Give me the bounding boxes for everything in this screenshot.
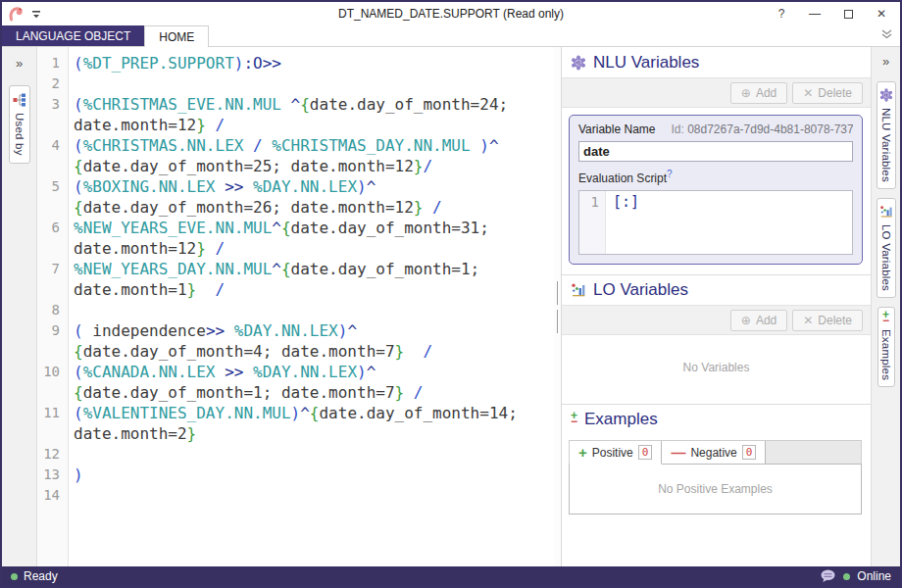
chat-bubble-icon[interactable] [820, 569, 836, 583]
line-number [37, 238, 68, 259]
code-text: (%DT_PREP.SUPPORT):O>> [68, 53, 281, 74]
lo-toolbar: ⊕ Add ✕ Delete [562, 305, 871, 335]
code-line: 9( independence>> %DAY.NN.LEX)^ [37, 320, 554, 341]
nlu-toolbar: ⊕ Add ✕ Delete [562, 77, 871, 108]
main-area: » Used by 1(%DT_PREP.SUPPORT):O>>23(%CHR… [2, 47, 900, 566]
code-text: ( independence>> %DAY.NN.LEX)^ [68, 320, 357, 341]
tab-home[interactable]: HOME [144, 25, 209, 47]
examples-header: +− Examples [562, 404, 871, 434]
code-text: {date.day_of_month=4; date.month=7} / [68, 341, 432, 362]
right-rail-expand-icon[interactable]: » [882, 55, 889, 68]
rail-tab-examples[interactable]: +− Examples [877, 307, 895, 387]
close-button[interactable]: ✕ [865, 3, 898, 24]
line-number: 3 [37, 94, 68, 115]
lo-variables-header: LO Variables [562, 274, 871, 305]
line-number: 10 [37, 362, 68, 382]
rail-nlu-label: NLU Variables [880, 108, 892, 182]
script-help-icon[interactable]: ? [667, 169, 673, 179]
code-line: 5(%BOXING.NN.LEX >> %DAY.NN.LEX)^ [37, 176, 554, 197]
line-number [37, 279, 68, 300]
positive-tab-label: Positive [592, 446, 633, 460]
line-number [37, 423, 68, 444]
nlu-add-button[interactable]: ⊕ Add [730, 82, 787, 104]
nlu-delete-button[interactable]: ✕ Delete [792, 82, 863, 104]
rail-tab-nlu-variables[interactable]: NLU Variables [877, 81, 896, 189]
lo-delete-button[interactable]: ✕ Delete [792, 310, 863, 331]
left-rail-expand-icon[interactable]: » [16, 57, 23, 70]
line-number: 14 [37, 485, 68, 506]
panel-splitter[interactable] [554, 47, 561, 566]
ribbon-collapse-icon[interactable] [881, 29, 892, 39]
examples-icon: +− [882, 312, 889, 323]
examples-section: + Positive 0 — Negative 0 No Positive Ex… [569, 440, 862, 514]
splitter-grip [557, 281, 558, 305]
negative-count-badge: 0 [742, 445, 757, 460]
tab-negative-examples[interactable]: — Negative 0 [662, 441, 766, 464]
code-text: (%CHRISTMAS.NN.LEX / %CHRISTMAS_DAY.NN.M… [68, 135, 499, 156]
code-text [68, 74, 74, 94]
code-line: 4(%CHRISTMAS.NN.LEX / %CHRISTMAS_DAY.NN.… [37, 135, 554, 156]
line-number: 4 [37, 135, 68, 156]
code-text: (%CHRISTMAS_EVE.NN.MUL ^{date.day_of_mon… [68, 94, 508, 115]
lo-empty-text: No Variables [562, 335, 871, 404]
code-line: 12 [37, 444, 554, 465]
line-number: 8 [37, 300, 68, 320]
condition-code-editor[interactable]: 1(%DT_PREP.SUPPORT):O>>23(%CHRISTMAS_EVE… [37, 47, 554, 566]
code-text: date.month=12} / [68, 238, 225, 259]
line-number [37, 382, 68, 403]
code-line: 8 [37, 300, 554, 320]
title-bar: DT_NAMED_DATE.SUPPORT (Read only) ? — ✕ [2, 2, 900, 25]
quick-access-dropdown-icon[interactable] [31, 10, 41, 19]
code-line: 14 [37, 485, 554, 506]
add-icon: ⊕ [741, 315, 751, 326]
code-line: date.month=2} [37, 423, 554, 444]
used-by-label: Used by [14, 113, 25, 156]
help-button[interactable]: ? [765, 3, 798, 24]
code-text: (%CANADA.NN.LEX >> %DAY.NN.LEX)^ [68, 362, 376, 382]
code-line: 10(%CANADA.NN.LEX >> %DAY.NN.LEX)^ [37, 362, 554, 382]
code-text: {date.day_of_month=26; date.month=12} / [68, 197, 442, 218]
code-line: 2 [37, 74, 554, 94]
nlu-variables-header: NLU Variables [562, 47, 871, 77]
line-number: 9 [37, 320, 68, 341]
code-line: 3(%CHRISTMAS_EVE.NN.MUL ^{date.day_of_mo… [37, 94, 554, 115]
evaluation-script-editor[interactable]: 1 [:] [578, 190, 853, 255]
minimize-button[interactable]: — [798, 3, 831, 24]
nlu-delete-label: Delete [818, 86, 852, 100]
line-number: 2 [37, 74, 68, 94]
rail-lo-label: LO Variables [880, 224, 892, 291]
line-number: 13 [37, 465, 68, 485]
right-panel: NLU Variables ⊕ Add ✕ Delete Variable Na… [561, 47, 871, 566]
code-line: date.month=12} / [37, 238, 554, 259]
line-number [37, 156, 68, 176]
script-code: [:] [606, 191, 646, 254]
maximize-button[interactable] [831, 3, 865, 24]
tab-language-object[interactable]: LANGUAGE OBJECT [2, 25, 144, 46]
lo-add-button[interactable]: ⊕ Add [730, 310, 787, 331]
delete-icon: ✕ [803, 87, 813, 99]
sidebar-tab-used-by[interactable]: Used by [9, 85, 30, 164]
ready-status-text: Ready [24, 569, 58, 583]
evaluation-script-label: Evaluation Script? [578, 169, 853, 185]
code-line: {date.day_of_month=4; date.month=7} / [37, 341, 554, 362]
tab-positive-examples[interactable]: + Positive 0 [570, 441, 662, 465]
lo-variables-icon [571, 282, 586, 298]
script-line-number: 1 [579, 191, 606, 254]
code-line: {date.day_of_month=26; date.month=12} / [37, 197, 554, 218]
code-text [68, 300, 74, 320]
examples-title: Examples [584, 410, 658, 429]
line-number: 5 [37, 176, 68, 197]
code-text: {date.day_of_month=25; date.month=12}/ [68, 156, 432, 176]
app-logo-icon[interactable] [8, 5, 25, 23]
nlu-variables-title: NLU Variables [593, 53, 699, 73]
line-number [37, 197, 68, 218]
nlu-variable-card[interactable]: Variable Name Id: 08d7267a-7d9d-4b81-807… [569, 115, 863, 265]
rail-tab-lo-variables[interactable]: LO Variables [877, 198, 896, 298]
code-line: 7%NEW_YEARS_DAY.NN.MUL^{date.day_of_mont… [37, 259, 554, 279]
variable-name-input[interactable] [578, 141, 853, 162]
examples-tab-row: + Positive 0 — Negative 0 [569, 440, 862, 464]
ready-status-dot [11, 573, 18, 580]
code-text: %NEW_YEARS_EVE.NN.MUL^{date.day_of_month… [68, 218, 489, 238]
examples-empty-text: No Positive Examples [658, 482, 773, 496]
line-number: 1 [37, 53, 68, 74]
